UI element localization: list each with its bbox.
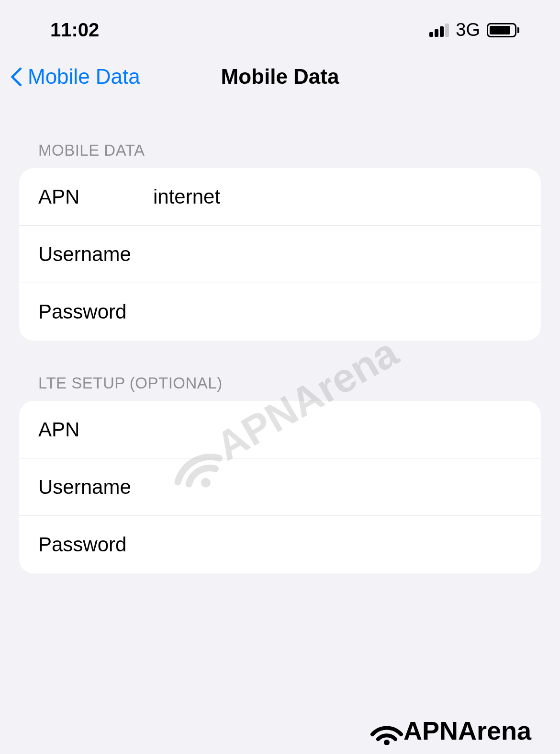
mobile-data-group: APN Username Password [19, 168, 541, 341]
footer-text: APNArena [403, 716, 531, 745]
lte-username-input[interactable] [153, 476, 522, 499]
lte-username-row[interactable]: Username [19, 458, 541, 516]
section-header-lte-setup: LTE SETUP (OPTIONAL) [0, 341, 560, 401]
password-input[interactable] [153, 300, 522, 323]
username-label: Username [38, 243, 153, 266]
username-input[interactable] [153, 243, 522, 266]
battery-icon [487, 23, 519, 37]
section-header-mobile-data: MOBILE DATA [0, 108, 560, 168]
footer-logo: APNArena [368, 716, 531, 745]
signal-strength-icon [429, 23, 449, 37]
apn-input[interactable] [153, 185, 522, 208]
navigation-bar: Mobile Data Mobile Data [0, 55, 560, 108]
username-row[interactable]: Username [19, 226, 541, 283]
back-label: Mobile Data [28, 65, 140, 89]
lte-username-label: Username [38, 476, 153, 499]
status-time: 11:02 [50, 19, 99, 41]
status-right: 3G [429, 20, 519, 40]
lte-password-label: Password [38, 533, 153, 556]
svg-point-1 [384, 740, 390, 745]
lte-apn-row[interactable]: APN [19, 401, 541, 458]
password-row[interactable]: Password [19, 283, 541, 341]
lte-password-input[interactable] [153, 533, 522, 556]
lte-apn-input[interactable] [153, 418, 522, 441]
page-title: Mobile Data [221, 65, 339, 89]
apn-row[interactable]: APN [19, 168, 541, 226]
apn-label: APN [38, 185, 153, 208]
lte-setup-group: APN Username Password [19, 401, 541, 573]
wifi-icon [368, 716, 406, 745]
status-bar: 11:02 3G [0, 0, 560, 55]
chevron-left-icon [10, 65, 23, 88]
network-type: 3G [456, 20, 480, 40]
back-button[interactable]: Mobile Data [10, 65, 140, 89]
lte-password-row[interactable]: Password [19, 516, 541, 573]
password-label: Password [38, 300, 153, 323]
lte-apn-label: APN [38, 418, 153, 441]
